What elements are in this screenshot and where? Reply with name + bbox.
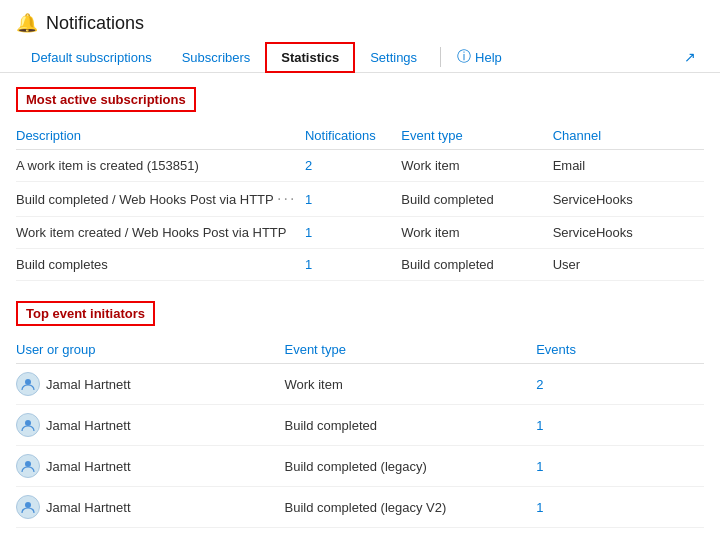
svg-point-2 [25, 461, 31, 467]
user-name: Jamal Hartnett [46, 500, 131, 515]
cell-eventtype: Build completed (legacy) [284, 446, 536, 487]
cell-user: Jamal Hartnett [16, 487, 284, 528]
tab-default-subscriptions[interactable]: Default subscriptions [16, 43, 167, 72]
top-initiators-section: Top event initiators User or group Event… [16, 301, 704, 528]
table-row: A work item is created (153851) 2 Work i… [16, 150, 704, 182]
svg-point-0 [25, 379, 31, 385]
cell-events: 1 [536, 446, 704, 487]
col-header-eventtype2: Event type [284, 336, 536, 364]
table-row: Jamal Hartnett Work item 2 [16, 364, 704, 405]
svg-point-1 [25, 420, 31, 426]
page-title: Notifications [46, 13, 144, 34]
avatar [16, 372, 40, 396]
table-row: Jamal Hartnett Build completed (legacy V… [16, 487, 704, 528]
active-subscriptions-table: Description Notifications Event type Cha… [16, 122, 704, 281]
cell-channel: ServiceHooks [553, 182, 704, 217]
nav-tabs-wrapper: Default subscriptions Subscribers Statis… [16, 42, 510, 72]
cell-events: 1 [536, 487, 704, 528]
ellipsis-icon: ··· [277, 190, 296, 207]
cell-eventtype: Build completed [284, 405, 536, 446]
col-header-eventtype: Event type [401, 122, 552, 150]
page-header: 🔔 Notifications [0, 0, 720, 34]
main-content: Most active subscriptions Description No… [0, 73, 720, 537]
avatar [16, 495, 40, 519]
svg-point-3 [25, 502, 31, 508]
cell-channel: User [553, 249, 704, 281]
cell-description: Work item created / Web Hooks Post via H… [16, 217, 305, 249]
user-name: Jamal Hartnett [46, 459, 131, 474]
active-subscriptions-header-row: Description Notifications Event type Cha… [16, 122, 704, 150]
table-row: Jamal Hartnett Build completed 1 [16, 405, 704, 446]
active-subscriptions-section: Most active subscriptions Description No… [16, 87, 704, 281]
cell-notifications: 2 [305, 150, 401, 182]
cell-eventtype: Build completed [401, 182, 552, 217]
nav-tabs: Default subscriptions Subscribers Statis… [0, 34, 720, 73]
cell-user: Jamal Hartnett [16, 364, 284, 405]
cell-user: Jamal Hartnett [16, 446, 284, 487]
top-initiators-table: User or group Event type Events Jamal Ha… [16, 336, 704, 528]
nav-divider [440, 47, 441, 67]
avatar [16, 454, 40, 478]
external-link-icon[interactable]: ↗ [676, 43, 704, 71]
col-header-description: Description [16, 122, 305, 150]
cell-description: Build completed / Web Hooks Post via HTT… [16, 182, 305, 217]
help-circle-icon: ⓘ [457, 48, 471, 66]
user-name: Jamal Hartnett [46, 377, 131, 392]
top-initiators-title: Top event initiators [16, 301, 155, 326]
table-row: Build completed / Web Hooks Post via HTT… [16, 182, 704, 217]
cell-channel: ServiceHooks [553, 217, 704, 249]
help-label: Help [475, 50, 502, 65]
cell-channel: Email [553, 150, 704, 182]
cell-user: Jamal Hartnett [16, 405, 284, 446]
cell-events: 1 [536, 405, 704, 446]
col-header-channel: Channel [553, 122, 704, 150]
top-initiators-header-row: User or group Event type Events [16, 336, 704, 364]
table-row: Work item created / Web Hooks Post via H… [16, 217, 704, 249]
cell-eventtype: Build completed [401, 249, 552, 281]
col-header-notifications: Notifications [305, 122, 401, 150]
cell-description: A work item is created (153851) [16, 150, 305, 182]
tab-subscribers[interactable]: Subscribers [167, 43, 266, 72]
cell-eventtype: Build completed (legacy V2) [284, 487, 536, 528]
cell-eventtype: Work item [284, 364, 536, 405]
help-link[interactable]: ⓘ Help [449, 42, 510, 72]
cell-description: Build completes [16, 249, 305, 281]
cell-notifications: 1 [305, 217, 401, 249]
cell-notifications: 1 [305, 249, 401, 281]
tab-settings[interactable]: Settings [355, 43, 432, 72]
active-subscriptions-title: Most active subscriptions [16, 87, 196, 112]
bell-icon: 🔔 [16, 12, 38, 34]
cell-notifications: 1 [305, 182, 401, 217]
cell-eventtype: Work item [401, 150, 552, 182]
tab-statistics[interactable]: Statistics [265, 42, 355, 73]
table-row: Jamal Hartnett Build completed (legacy) … [16, 446, 704, 487]
col-header-events: Events [536, 336, 704, 364]
user-name: Jamal Hartnett [46, 418, 131, 433]
cell-eventtype: Work item [401, 217, 552, 249]
cell-events: 2 [536, 364, 704, 405]
col-header-user: User or group [16, 336, 284, 364]
avatar [16, 413, 40, 437]
table-row: Build completes 1 Build completed User [16, 249, 704, 281]
